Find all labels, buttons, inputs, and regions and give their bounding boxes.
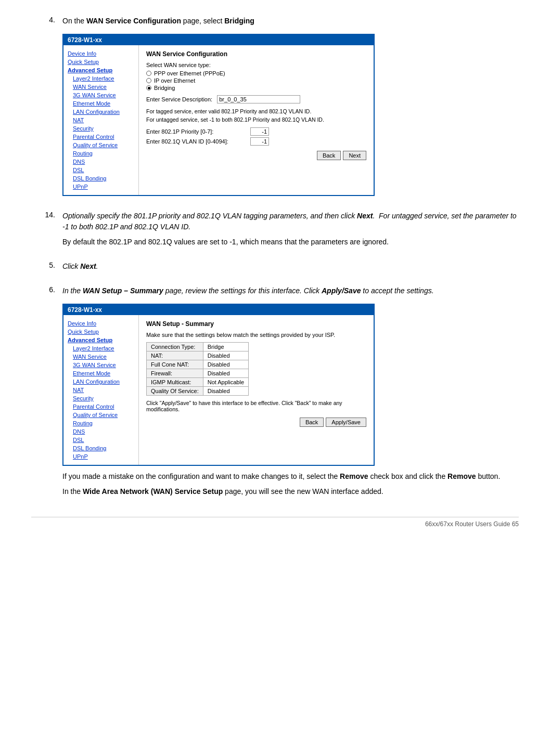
frame2-apply-button[interactable]: Apply/Save xyxy=(326,418,366,427)
priority-input[interactable] xyxy=(250,127,269,136)
sidebar-item-upnp-1[interactable]: UPnP xyxy=(63,183,138,191)
sidebar-item-advanced-setup-2[interactable]: Advanced Setup xyxy=(63,336,138,344)
frame2-btn-row: Back Apply/Save xyxy=(146,418,366,427)
frame1-back-button[interactable]: Back xyxy=(317,151,341,160)
router-main-2: WAN Setup - Summary Make sure that the s… xyxy=(139,315,374,465)
sidebar-item-qos-2[interactable]: Quality of Service xyxy=(63,411,138,419)
summary-key-fullnat: Full Cone NAT: xyxy=(147,360,203,369)
wan-summary-title: WAN Setup - Summary xyxy=(146,320,366,328)
sidebar-item-ethernet-2[interactable]: Ethernet Mode xyxy=(63,369,138,377)
body-text-1: If you made a mistake on the configurati… xyxy=(62,471,519,482)
summary-row-firewall: Firewall: Disabled xyxy=(147,369,249,378)
summary-row-qos: Quality Of Service: Disabled xyxy=(147,387,249,396)
vlan-id-label: Enter 802.1Q VLAN ID [0-4094]: xyxy=(146,138,250,145)
sidebar-item-parental-2[interactable]: Parental Control xyxy=(63,402,138,411)
frame2-back-button[interactable]: Back xyxy=(300,418,324,427)
summary-row-fullnat: Full Cone NAT: Disabled xyxy=(147,360,249,369)
select-type-label: Select WAN service type: xyxy=(146,62,366,68)
frame1-next-button[interactable]: Next xyxy=(343,151,366,160)
summary-key-connection: Connection Type: xyxy=(147,343,203,351)
sidebar-item-quick-setup-1[interactable]: Quick Setup xyxy=(63,58,138,66)
summary-note: Click "Apply/Save" to have this interfac… xyxy=(146,400,366,412)
router-body-1: Device Info Quick Setup Advanced Setup L… xyxy=(63,45,374,195)
radio-pppoe-label: PPP over Ethernet (PPPoE) xyxy=(154,70,225,76)
router-frame-1: 6728-W1-xx Device Info Quick Setup Advan… xyxy=(62,34,375,196)
sidebar-scroll-2: Device Info Quick Setup Advanced Setup L… xyxy=(63,319,138,461)
summary-val-igmp: Not Applicable xyxy=(203,378,248,387)
router-frame-2: 6728-W1-xx Device Info Quick Setup Advan… xyxy=(62,304,375,466)
sidebar-item-3g-wan-2[interactable]: 3G WAN Service xyxy=(63,361,138,369)
summary-val-nat: Disabled xyxy=(203,351,248,360)
service-desc-label: Enter Service Description: xyxy=(146,96,212,102)
summary-row-nat: NAT: Disabled xyxy=(147,351,249,360)
sidebar-item-lan-2[interactable]: LAN Configuration xyxy=(63,377,138,386)
radio-ip-label: IP over Ethernet xyxy=(154,77,195,84)
router-sidebar-2: Device Info Quick Setup Advanced Setup L… xyxy=(63,315,139,465)
radio-ip[interactable]: IP over Ethernet xyxy=(146,77,366,84)
priority-label: Enter 802.1P Priority [0-7]: xyxy=(146,128,250,135)
sidebar-item-security-2[interactable]: Security xyxy=(63,394,138,402)
sidebar-item-dsl-bonding-1[interactable]: DSL Bonding xyxy=(63,174,138,183)
vlan-id-input[interactable] xyxy=(250,137,269,146)
sidebar-item-dsl-1[interactable]: DSL xyxy=(63,166,138,174)
summary-val-qos: Disabled xyxy=(203,387,248,396)
step-4-number: 4. xyxy=(31,16,62,24)
router-main-1: WAN Service Configuration Select WAN ser… xyxy=(139,45,374,195)
step-5-content: Click Next. xyxy=(62,261,519,276)
router-titlebar-1: 6728-W1-xx xyxy=(63,35,374,45)
sidebar-item-wan-service-1[interactable]: WAN Service xyxy=(63,83,138,91)
sidebar-item-nat-1[interactable]: NAT xyxy=(63,116,138,124)
radio-pppoe-circle[interactable] xyxy=(146,71,151,76)
sidebar-item-advanced-setup-1[interactable]: Advanced Setup xyxy=(63,66,138,74)
sidebar-scroll-1: Device Info Quick Setup Advanced Setup L… xyxy=(63,49,138,191)
sidebar-item-nat-2[interactable]: NAT xyxy=(63,386,138,394)
sidebar-item-routing-1[interactable]: Routing xyxy=(63,149,138,158)
summary-key-igmp: IGMP Multicast: xyxy=(147,378,203,387)
sidebar-item-qos-1[interactable]: Quality of Service xyxy=(63,141,138,149)
sidebar-item-parental-1[interactable]: Parental Control xyxy=(63,133,138,141)
radio-bridging[interactable]: Bridging xyxy=(146,85,366,91)
radio-pppoe[interactable]: PPP over Ethernet (PPPoE) xyxy=(146,70,366,76)
sidebar-item-layer2-2[interactable]: Layer2 Interface xyxy=(63,344,138,353)
service-desc-row: Enter Service Description: xyxy=(146,95,366,103)
step-5-lead: Click Next. xyxy=(62,261,519,272)
sidebar-item-device-info-1[interactable]: Device Info xyxy=(63,49,138,58)
sidebar-item-layer2-1[interactable]: Layer2 Interface xyxy=(63,74,138,83)
step-6-content: In the WAN Setup – Summary page, review … xyxy=(62,285,519,501)
sidebar-item-lan-1[interactable]: LAN Configuration xyxy=(63,108,138,116)
priority-row: Enter 802.1P Priority [0-7]: xyxy=(146,127,366,136)
sidebar-item-routing-2[interactable]: Routing xyxy=(63,419,138,427)
step-14-content: Optionally specify the 801.1P priority a… xyxy=(62,211,519,252)
sidebar-item-quick-setup-2[interactable]: Quick Setup xyxy=(63,328,138,336)
vlan-id-row: Enter 802.1Q VLAN ID [0-4094]: xyxy=(146,137,366,146)
summary-key-firewall: Firewall: xyxy=(147,369,203,378)
sidebar-item-dns-2[interactable]: DNS xyxy=(63,427,138,436)
step-5-number: 5. xyxy=(31,261,62,269)
radio-bridging-label: Bridging xyxy=(154,85,175,91)
sidebar-item-device-info-2[interactable]: Device Info xyxy=(63,319,138,328)
body-text-2: In the Wide Area Network (WAN) Service S… xyxy=(62,486,519,497)
summary-val-firewall: Disabled xyxy=(203,369,248,378)
service-desc-input[interactable] xyxy=(217,95,300,103)
summary-key-nat: NAT: xyxy=(147,351,203,360)
sidebar-item-ethernet-1[interactable]: Ethernet Mode xyxy=(63,99,138,108)
radio-ip-circle[interactable] xyxy=(146,78,151,83)
sidebar-item-3g-wan-1[interactable]: 3G WAN Service xyxy=(63,91,138,99)
sidebar-item-dsl-bonding-2[interactable]: DSL Bonding xyxy=(63,444,138,452)
router-sidebar-1: Device Info Quick Setup Advanced Setup L… xyxy=(63,45,139,195)
frame1-btn-row: Back Next xyxy=(146,151,366,160)
step-14-block: 14. Optionally specify the 801.1P priori… xyxy=(31,211,519,252)
sidebar-item-upnp-2[interactable]: UPnP xyxy=(63,452,138,461)
wan-config-title: WAN Service Configuration xyxy=(146,50,366,58)
sidebar-item-dns-1[interactable]: DNS xyxy=(63,158,138,166)
step-6-number: 6. xyxy=(31,285,62,294)
step-4-block: 4. On the WAN Service Configuration page… xyxy=(31,16,519,201)
summary-val-connection: Bridge xyxy=(203,343,248,351)
vlan-info-line2: For untagged service, set -1 to both 802… xyxy=(146,116,366,124)
sidebar-item-dsl-2[interactable]: DSL xyxy=(63,436,138,444)
sidebar-item-security-1[interactable]: Security xyxy=(63,124,138,133)
radio-bridging-circle[interactable] xyxy=(146,85,151,90)
page-footer: 66xx/67xx Router Users Guide 65 xyxy=(31,517,519,528)
sidebar-item-wan-service-2[interactable]: WAN Service xyxy=(63,353,138,361)
summary-row-connection: Connection Type: Bridge xyxy=(147,343,249,351)
